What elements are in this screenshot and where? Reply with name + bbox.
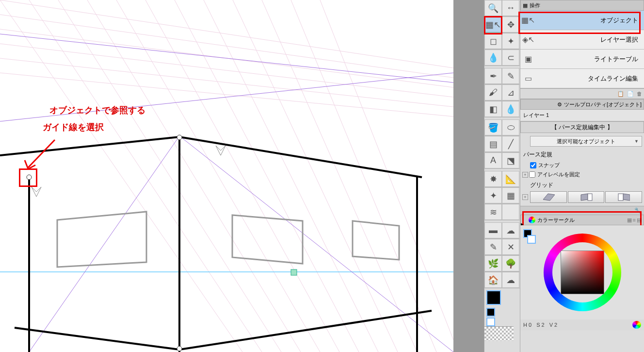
- tool-tree[interactable]: 🌳: [502, 255, 519, 271]
- tool-wand[interactable]: ✦: [502, 33, 519, 49]
- transparency-swatch[interactable]: [484, 326, 514, 341]
- layer-arrow-icon: ◈↖: [522, 34, 534, 46]
- svg-rect-37: [588, 194, 592, 201]
- color-circle-body[interactable]: [520, 225, 644, 319]
- selectable-objects-dropdown[interactable]: 選択可能なオブジェクト: [530, 136, 642, 147]
- annotation-target-box: [19, 168, 37, 187]
- tool-balloon[interactable]: ⬔: [502, 152, 519, 168]
- svg-point-32: [177, 346, 182, 351]
- svg-line-17: [320, 0, 453, 340]
- tool-plant[interactable]: 🌿: [484, 255, 502, 271]
- new-icon[interactable]: 📄: [627, 91, 634, 97]
- tool-gradient[interactable]: ▤: [484, 136, 502, 152]
- tool-pen[interactable]: ✒: [484, 68, 502, 84]
- tool-gradient-oval[interactable]: ⬭: [502, 119, 519, 135]
- subtool-timeline-label: タイムライン編集: [537, 74, 642, 83]
- tool-blend[interactable]: 💧: [502, 101, 519, 117]
- tool-transform[interactable]: ✥: [502, 17, 519, 33]
- tool-marquee[interactable]: ◻: [484, 33, 502, 49]
- operation-panel-title: 操作: [530, 2, 540, 9]
- color-readout: H 0 S 2 V 2: [520, 319, 644, 330]
- svg-line-12: [175, 0, 359, 352]
- readout-h: H 0: [523, 322, 531, 328]
- tool-text[interactable]: A: [484, 152, 502, 168]
- bg-chip[interactable]: [486, 318, 495, 326]
- annotation-line2: ガイド線を選択: [43, 121, 104, 133]
- tool-frame[interactable]: ▬: [484, 222, 502, 238]
- cube-icon: ▦: [523, 2, 528, 9]
- tool-sparkle[interactable]: ✦: [484, 187, 502, 203]
- tool-stream[interactable]: ≋: [484, 204, 502, 220]
- snap-row[interactable]: スナップ: [520, 161, 644, 170]
- svg-line-9: [87, 0, 301, 352]
- eyelevel-checkbox[interactable]: [529, 171, 535, 178]
- palette-set-icon[interactable]: ▤: [637, 217, 642, 223]
- operation-panel-header[interactable]: ▦ 操作: [520, 0, 644, 11]
- tool-palette: 🔍↔ ▦↖✥ ◻✦ 💧⊂ ✒✎ 🖌⊿ ◧💧 🪣⬭ ▤╱ A⬔ ✸📐 ✦▦ ≋ ▬…: [484, 0, 520, 352]
- layer-name-row: レイヤー 1: [520, 110, 644, 121]
- svg-rect-33: [291, 269, 297, 275]
- mode-toggle-icon[interactable]: [632, 321, 641, 329]
- svg-line-8: [58, 0, 281, 352]
- svg-line-10: [116, 0, 320, 352]
- canvas[interactable]: オブジェクトで参照する ガイド線を選択: [0, 0, 453, 352]
- tool-eraser[interactable]: ◧: [484, 101, 502, 117]
- svg-marker-36: [581, 194, 588, 201]
- eyelevel-label: アイレベルを固定: [537, 171, 580, 178]
- snap-checkbox[interactable]: [530, 162, 536, 168]
- tool-correct[interactable]: ✎: [484, 239, 502, 255]
- expand-grid-icon[interactable]: +: [522, 194, 528, 200]
- tool-brush[interactable]: 🖌: [484, 84, 502, 101]
- tool-property-title: ツールプロパティ[オブジェクト]: [564, 101, 642, 108]
- tool-pattern[interactable]: ▦: [502, 187, 519, 203]
- color-bg[interactable]: [527, 235, 536, 244]
- tool-cloud2[interactable]: ☁: [502, 272, 519, 288]
- svg-line-24: [179, 137, 422, 177]
- subtool-action-bar: 📋 📄 🗑: [520, 88, 644, 99]
- tool-line[interactable]: ╱: [502, 136, 519, 152]
- expand-eyelevel-icon[interactable]: +: [522, 172, 528, 178]
- tool-eyedropper[interactable]: 💧: [484, 50, 502, 66]
- timeline-icon: ▭: [522, 73, 534, 84]
- svg-line-19: [0, 34, 453, 83]
- canvas-area: オブジェクトで参照する ガイド線を選択: [0, 0, 484, 352]
- layer-name: レイヤー 1: [523, 112, 549, 118]
- dropdown-label: 選択可能なオブジェクト: [557, 138, 615, 145]
- tool-lasso[interactable]: ⊂: [502, 50, 519, 66]
- fg-chip[interactable]: [486, 308, 495, 317]
- eyelevel-row[interactable]: + アイレベルを固定: [520, 170, 644, 179]
- grid-yz-button[interactable]: [568, 191, 605, 203]
- svg-marker-35: [543, 194, 555, 201]
- subtool-layer-label: レイヤー選択: [537, 35, 642, 44]
- svg-point-31: [177, 135, 182, 140]
- tool-blank1[interactable]: [502, 204, 519, 220]
- tool-move[interactable]: ↔: [502, 0, 519, 16]
- subtool-light-table[interactable]: ▣ ライトテーブル: [520, 50, 644, 69]
- tool-cloud[interactable]: ☁: [502, 222, 519, 238]
- palette-grid-icon[interactable]: ▦: [627, 217, 632, 223]
- grid-xy-button[interactable]: [530, 191, 567, 203]
- copy-icon[interactable]: 📋: [617, 91, 624, 97]
- tool-pencil[interactable]: ✎: [502, 68, 519, 84]
- tool-ruler[interactable]: 📐: [502, 171, 519, 187]
- foreground-swatch[interactable]: [486, 290, 501, 305]
- annotation-line1: オブジェクトで参照する: [49, 104, 145, 116]
- tool-property-header[interactable]: ▸ ⚙ ツールプロパティ[オブジェクト]: [520, 99, 644, 110]
- svg-line-15: [262, 0, 417, 352]
- palette-bars-icon[interactable]: ≡: [633, 217, 636, 223]
- tool-effect[interactable]: ✸: [484, 171, 502, 187]
- ruler-section-label: パース定規: [520, 149, 644, 161]
- tool-airbrush[interactable]: ⊿: [502, 84, 519, 101]
- highlight-object-subtool: [518, 12, 641, 34]
- tool-building[interactable]: 🏠: [484, 272, 502, 288]
- grid-xz-button[interactable]: [605, 191, 642, 203]
- sv-square[interactable]: [561, 251, 604, 294]
- tool-fill[interactable]: 🪣: [484, 119, 502, 135]
- right-panel: ▦ 操作 ▦↖ オブジェクト ◈↖ レイヤー選択 ▣ ライトテーブル ▭ タイム…: [520, 0, 644, 352]
- subtool-timeline[interactable]: ▭ タイムライン編集: [520, 69, 644, 88]
- svg-line-14: [233, 0, 398, 352]
- tool-zoom[interactable]: 🔍: [484, 0, 502, 16]
- trash-icon[interactable]: 🗑: [637, 91, 642, 97]
- svg-line-22: [179, 136, 453, 352]
- tool-crosscut[interactable]: ✕: [502, 239, 519, 255]
